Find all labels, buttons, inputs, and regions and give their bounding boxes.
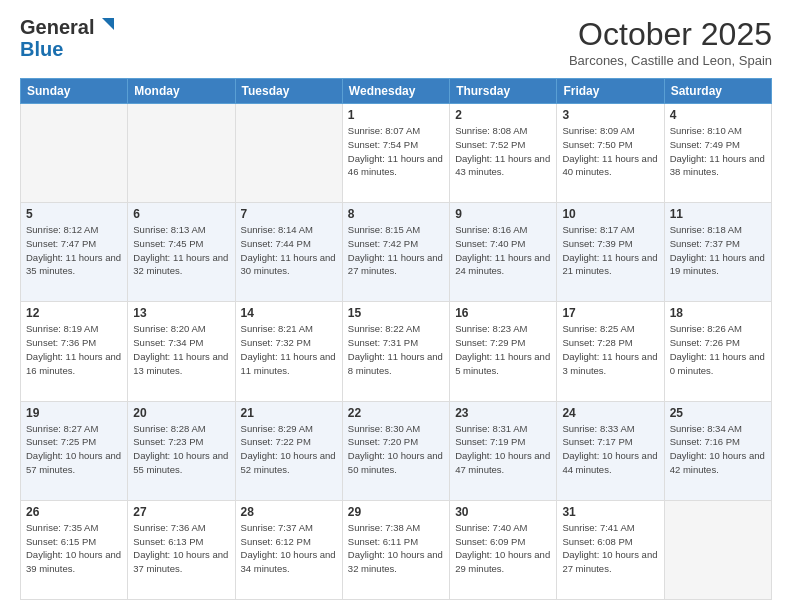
day-number: 5 — [26, 207, 122, 221]
calendar-day-cell: 3Sunrise: 8:09 AMSunset: 7:50 PMDaylight… — [557, 104, 664, 203]
day-info: Sunrise: 8:07 AMSunset: 7:54 PMDaylight:… — [348, 124, 444, 179]
header-monday: Monday — [128, 79, 235, 104]
day-number: 7 — [241, 207, 337, 221]
day-info: Sunrise: 8:17 AMSunset: 7:39 PMDaylight:… — [562, 223, 658, 278]
calendar-day-cell: 20Sunrise: 8:28 AMSunset: 7:23 PMDayligh… — [128, 401, 235, 500]
day-info: Sunrise: 8:15 AMSunset: 7:42 PMDaylight:… — [348, 223, 444, 278]
calendar-day-cell: 4Sunrise: 8:10 AMSunset: 7:49 PMDaylight… — [664, 104, 771, 203]
day-info: Sunrise: 7:35 AMSunset: 6:15 PMDaylight:… — [26, 521, 122, 576]
calendar-day-cell — [21, 104, 128, 203]
calendar-day-cell: 8Sunrise: 8:15 AMSunset: 7:42 PMDaylight… — [342, 203, 449, 302]
day-info: Sunrise: 8:26 AMSunset: 7:26 PMDaylight:… — [670, 322, 766, 377]
day-info: Sunrise: 8:31 AMSunset: 7:19 PMDaylight:… — [455, 422, 551, 477]
weekday-header-row: Sunday Monday Tuesday Wednesday Thursday… — [21, 79, 772, 104]
header-tuesday: Tuesday — [235, 79, 342, 104]
title-area: October 2025 Barcones, Castille and Leon… — [569, 16, 772, 68]
logo: General Blue — [20, 16, 114, 60]
day-number: 14 — [241, 306, 337, 320]
calendar-day-cell: 30Sunrise: 7:40 AMSunset: 6:09 PMDayligh… — [450, 500, 557, 599]
calendar-day-cell: 2Sunrise: 8:08 AMSunset: 7:52 PMDaylight… — [450, 104, 557, 203]
day-number: 30 — [455, 505, 551, 519]
calendar-day-cell: 24Sunrise: 8:33 AMSunset: 7:17 PMDayligh… — [557, 401, 664, 500]
header-friday: Friday — [557, 79, 664, 104]
day-number: 22 — [348, 406, 444, 420]
calendar-day-cell — [235, 104, 342, 203]
day-number: 29 — [348, 505, 444, 519]
day-number: 16 — [455, 306, 551, 320]
day-info: Sunrise: 8:27 AMSunset: 7:25 PMDaylight:… — [26, 422, 122, 477]
day-info: Sunrise: 8:09 AMSunset: 7:50 PMDaylight:… — [562, 124, 658, 179]
header-wednesday: Wednesday — [342, 79, 449, 104]
day-number: 17 — [562, 306, 658, 320]
calendar-day-cell: 1Sunrise: 8:07 AMSunset: 7:54 PMDaylight… — [342, 104, 449, 203]
calendar-day-cell: 22Sunrise: 8:30 AMSunset: 7:20 PMDayligh… — [342, 401, 449, 500]
month-title: October 2025 — [569, 16, 772, 53]
day-number: 3 — [562, 108, 658, 122]
day-info: Sunrise: 8:19 AMSunset: 7:36 PMDaylight:… — [26, 322, 122, 377]
header-sunday: Sunday — [21, 79, 128, 104]
day-info: Sunrise: 8:08 AMSunset: 7:52 PMDaylight:… — [455, 124, 551, 179]
calendar-table: Sunday Monday Tuesday Wednesday Thursday… — [20, 78, 772, 600]
calendar-day-cell: 19Sunrise: 8:27 AMSunset: 7:25 PMDayligh… — [21, 401, 128, 500]
calendar-day-cell: 6Sunrise: 8:13 AMSunset: 7:45 PMDaylight… — [128, 203, 235, 302]
calendar-day-cell: 16Sunrise: 8:23 AMSunset: 7:29 PMDayligh… — [450, 302, 557, 401]
day-number: 31 — [562, 505, 658, 519]
header-thursday: Thursday — [450, 79, 557, 104]
calendar-week-row: 12Sunrise: 8:19 AMSunset: 7:36 PMDayligh… — [21, 302, 772, 401]
day-info: Sunrise: 8:16 AMSunset: 7:40 PMDaylight:… — [455, 223, 551, 278]
day-info: Sunrise: 7:38 AMSunset: 6:11 PMDaylight:… — [348, 521, 444, 576]
day-info: Sunrise: 8:29 AMSunset: 7:22 PMDaylight:… — [241, 422, 337, 477]
day-info: Sunrise: 8:28 AMSunset: 7:23 PMDaylight:… — [133, 422, 229, 477]
calendar-day-cell: 26Sunrise: 7:35 AMSunset: 6:15 PMDayligh… — [21, 500, 128, 599]
logo-blue: Blue — [20, 38, 63, 60]
calendar-day-cell: 21Sunrise: 8:29 AMSunset: 7:22 PMDayligh… — [235, 401, 342, 500]
calendar-day-cell: 14Sunrise: 8:21 AMSunset: 7:32 PMDayligh… — [235, 302, 342, 401]
day-number: 1 — [348, 108, 444, 122]
calendar-day-cell: 13Sunrise: 8:20 AMSunset: 7:34 PMDayligh… — [128, 302, 235, 401]
day-info: Sunrise: 8:21 AMSunset: 7:32 PMDaylight:… — [241, 322, 337, 377]
calendar-day-cell: 17Sunrise: 8:25 AMSunset: 7:28 PMDayligh… — [557, 302, 664, 401]
day-number: 19 — [26, 406, 122, 420]
day-number: 12 — [26, 306, 122, 320]
day-number: 2 — [455, 108, 551, 122]
svg-marker-0 — [102, 18, 114, 30]
calendar-day-cell: 29Sunrise: 7:38 AMSunset: 6:11 PMDayligh… — [342, 500, 449, 599]
location-subtitle: Barcones, Castille and Leon, Spain — [569, 53, 772, 68]
day-number: 10 — [562, 207, 658, 221]
day-number: 4 — [670, 108, 766, 122]
logo-general: General — [20, 16, 94, 38]
calendar-week-row: 26Sunrise: 7:35 AMSunset: 6:15 PMDayligh… — [21, 500, 772, 599]
day-info: Sunrise: 8:14 AMSunset: 7:44 PMDaylight:… — [241, 223, 337, 278]
header-saturday: Saturday — [664, 79, 771, 104]
calendar-day-cell: 18Sunrise: 8:26 AMSunset: 7:26 PMDayligh… — [664, 302, 771, 401]
calendar-day-cell: 15Sunrise: 8:22 AMSunset: 7:31 PMDayligh… — [342, 302, 449, 401]
day-number: 9 — [455, 207, 551, 221]
day-info: Sunrise: 7:40 AMSunset: 6:09 PMDaylight:… — [455, 521, 551, 576]
day-info: Sunrise: 8:18 AMSunset: 7:37 PMDaylight:… — [670, 223, 766, 278]
calendar-day-cell: 7Sunrise: 8:14 AMSunset: 7:44 PMDaylight… — [235, 203, 342, 302]
calendar-day-cell: 11Sunrise: 8:18 AMSunset: 7:37 PMDayligh… — [664, 203, 771, 302]
calendar-day-cell — [128, 104, 235, 203]
calendar-day-cell — [664, 500, 771, 599]
calendar-day-cell: 23Sunrise: 8:31 AMSunset: 7:19 PMDayligh… — [450, 401, 557, 500]
day-number: 20 — [133, 406, 229, 420]
calendar-day-cell: 31Sunrise: 7:41 AMSunset: 6:08 PMDayligh… — [557, 500, 664, 599]
calendar-day-cell: 27Sunrise: 7:36 AMSunset: 6:13 PMDayligh… — [128, 500, 235, 599]
day-number: 21 — [241, 406, 337, 420]
day-number: 11 — [670, 207, 766, 221]
calendar-day-cell: 9Sunrise: 8:16 AMSunset: 7:40 PMDaylight… — [450, 203, 557, 302]
day-number: 13 — [133, 306, 229, 320]
header: General Blue October 2025 Barcones, Cast… — [20, 16, 772, 68]
day-number: 23 — [455, 406, 551, 420]
day-number: 27 — [133, 505, 229, 519]
day-number: 28 — [241, 505, 337, 519]
day-number: 6 — [133, 207, 229, 221]
day-number: 18 — [670, 306, 766, 320]
day-info: Sunrise: 8:33 AMSunset: 7:17 PMDaylight:… — [562, 422, 658, 477]
day-info: Sunrise: 8:23 AMSunset: 7:29 PMDaylight:… — [455, 322, 551, 377]
calendar-day-cell: 28Sunrise: 7:37 AMSunset: 6:12 PMDayligh… — [235, 500, 342, 599]
calendar-day-cell: 5Sunrise: 8:12 AMSunset: 7:47 PMDaylight… — [21, 203, 128, 302]
page: General Blue October 2025 Barcones, Cast… — [0, 0, 792, 612]
day-info: Sunrise: 8:10 AMSunset: 7:49 PMDaylight:… — [670, 124, 766, 179]
day-info: Sunrise: 8:34 AMSunset: 7:16 PMDaylight:… — [670, 422, 766, 477]
